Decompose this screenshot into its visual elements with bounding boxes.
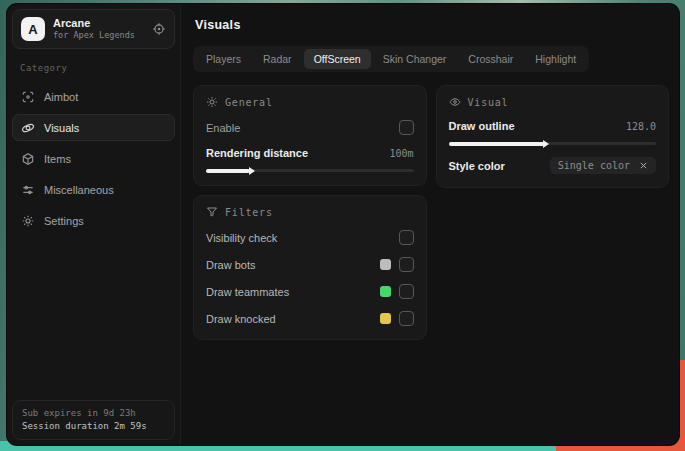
app-name: Arcane: [53, 17, 144, 30]
enable-checkbox[interactable]: [399, 120, 414, 135]
rendering-distance-value: 100m: [389, 148, 413, 159]
style-color-select[interactable]: Single color: [550, 157, 656, 174]
sidebar-item-label: Miscellaneous: [44, 184, 114, 196]
funnel-icon: [206, 206, 218, 218]
tab-radar[interactable]: Radar: [253, 49, 302, 69]
sub-expires-text: Sub expires in 9d 23h: [22, 407, 165, 420]
style-color-label: Style color: [449, 160, 505, 172]
sidebar-item-label: Aimbot: [44, 91, 78, 103]
session-info-card: Sub expires in 9d 23h Session duration 2…: [12, 400, 175, 440]
scan-target-icon: [21, 90, 35, 104]
app-subtitle: for Apex Legends: [53, 30, 144, 41]
draw-teammates-checkbox[interactable]: [399, 284, 414, 299]
orbit-eye-icon: [21, 121, 35, 135]
sidebar-item-aimbot[interactable]: Aimbot: [12, 83, 175, 110]
sidebar-item-label: Settings: [44, 215, 84, 227]
draw-teammates-label: Draw teammates: [206, 286, 289, 298]
rendering-distance-label: Rendering distance: [206, 147, 308, 159]
tab-skin-changer[interactable]: Skin Changer: [373, 49, 457, 69]
draw-bots-checkbox[interactable]: [399, 257, 414, 272]
visual-section: Visual Draw outline 128.0 Style color Si…: [436, 85, 670, 188]
sidebar-item-visuals[interactable]: Visuals: [12, 114, 175, 141]
rendering-distance-slider[interactable]: [206, 169, 414, 172]
draw-bots-color-swatch[interactable]: [380, 259, 391, 270]
tab-highlight[interactable]: Highlight: [525, 49, 586, 69]
eye-icon: [449, 96, 461, 108]
gear-icon: [21, 214, 35, 228]
sun-icon: [206, 96, 218, 108]
style-color-selected-value: Single color: [558, 160, 630, 171]
sidebar-item-label: Items: [44, 153, 71, 165]
sidebar-item-label: Visuals: [44, 122, 79, 134]
page-title: Visuals: [195, 18, 669, 32]
category-label: Category: [20, 63, 175, 73]
section-title: Visual: [468, 97, 509, 108]
sliders-icon: [21, 183, 35, 197]
close-icon[interactable]: [639, 161, 648, 170]
crosshair-icon[interactable]: [152, 22, 166, 36]
general-section: General Enable Rendering distance 100m: [193, 85, 427, 186]
session-duration-text: Session duration 2m 59s: [22, 420, 165, 433]
draw-teammates-color-swatch[interactable]: [380, 286, 391, 297]
tab-offscreen[interactable]: OffScreen: [304, 49, 371, 69]
slider-fill[interactable]: [206, 169, 250, 173]
tab-players[interactable]: Players: [196, 49, 251, 69]
draw-knocked-label: Draw knocked: [206, 313, 276, 325]
arcane-window: A Arcane for Apex Legends Category Aimbo: [7, 4, 679, 445]
section-title: Filters: [225, 207, 273, 218]
draw-outline-label: Draw outline: [449, 120, 515, 132]
tab-bar: Players Radar OffScreen Skin Changer Cro…: [193, 46, 589, 72]
sidebar-item-items[interactable]: Items: [12, 145, 175, 172]
cube-icon: [21, 152, 35, 166]
main-panel: Visuals Players Radar OffScreen Skin Cha…: [181, 4, 679, 445]
filters-section: Filters Visibility check Draw bots: [193, 195, 427, 340]
visibility-check-label: Visibility check: [206, 232, 277, 244]
slider-fill[interactable]: [449, 142, 544, 146]
draw-knocked-color-swatch[interactable]: [380, 313, 391, 324]
sidebar-item-miscellaneous[interactable]: Miscellaneous: [12, 176, 175, 203]
draw-bots-label: Draw bots: [206, 259, 256, 271]
sidebar-item-settings[interactable]: Settings: [12, 207, 175, 234]
tab-crosshair[interactable]: Crosshair: [458, 49, 523, 69]
visibility-check-checkbox[interactable]: [399, 230, 414, 245]
draw-outline-slider[interactable]: [449, 142, 657, 145]
enable-label: Enable: [206, 122, 240, 134]
app-logo: A: [21, 17, 45, 41]
sidebar: A Arcane for Apex Legends Category Aimbo: [7, 4, 181, 445]
draw-outline-value: 128.0: [626, 121, 656, 132]
brand-card: A Arcane for Apex Legends: [12, 9, 175, 49]
draw-knocked-checkbox[interactable]: [399, 311, 414, 326]
section-title: General: [225, 97, 273, 108]
